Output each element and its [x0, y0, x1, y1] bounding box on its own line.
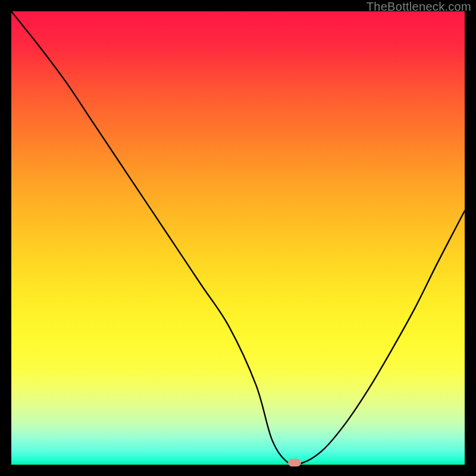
watermark-text: TheBottleneck.com [367, 0, 471, 14]
optimal-point-marker [288, 459, 301, 466]
bottleneck-curve [11, 11, 465, 465]
chart-container: TheBottleneck.com [0, 0, 476, 476]
